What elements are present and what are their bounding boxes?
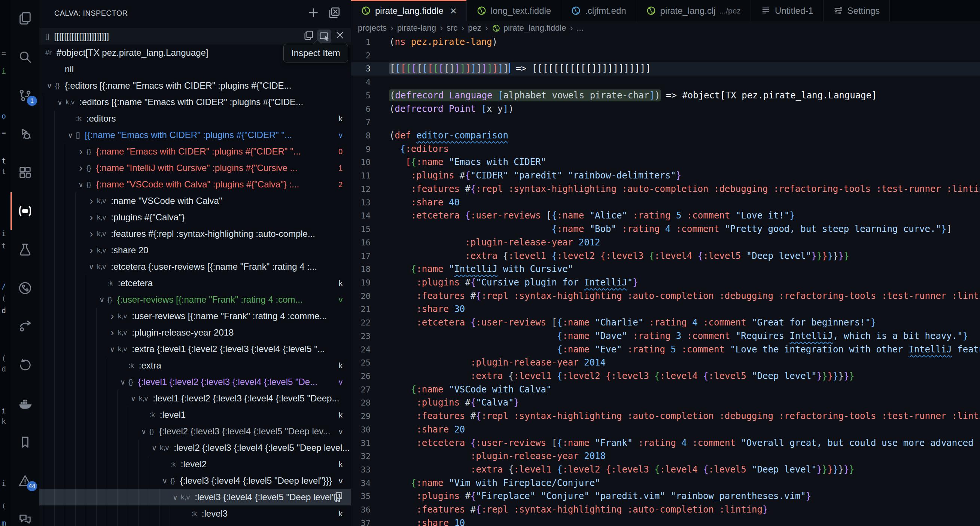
breadcrumb-item[interactable]: ... <box>576 23 583 33</box>
activitybar-item-problems[interactable]: 44 <box>11 472 39 490</box>
code-line: 26 :extra {:level1 {:level2 {:level3 {:l… <box>351 370 980 383</box>
tree-row[interactable]: nil <box>39 61 351 78</box>
code-editor[interactable]: 1(ns pez.pirate-lang)23[[[[[[[[[[[]]]]]]… <box>351 35 980 526</box>
chevron-right-icon[interactable]: › <box>86 213 97 222</box>
breadcrumb-item[interactable]: pirate_lang.fiddle <box>503 23 566 33</box>
code-token <box>595 251 600 261</box>
tree-row[interactable]: [][[[[[[[[[[[]]]]]]]]]]] <box>39 28 351 44</box>
tree-row[interactable]: ∨k,v:editors [{:name "Emacs with CIDER" … <box>39 94 351 110</box>
tree-row-selected[interactable]: ∨k,v:level3 {:level4 {:level5 "Deep leve… <box>39 489 351 505</box>
activitybar-item-docker[interactable] <box>11 395 39 413</box>
breadcrumb-item[interactable]: src <box>447 23 457 33</box>
activitybar-item-source-control[interactable]: 1 <box>11 86 39 104</box>
tree-row[interactable]: ∨{}{:editors [{:name "Emacs with CIDER" … <box>39 78 351 94</box>
tree-row[interactable]: ›k,v:name "VSCode with Calva" <box>39 193 351 209</box>
chevron-right-icon[interactable]: › <box>75 164 86 172</box>
tree-row[interactable]: ∨k,v:level2 {:level3 {:level4 {:level5 "… <box>39 440 351 456</box>
chevron-down-icon[interactable]: ∨ <box>128 394 139 403</box>
tree-row[interactable]: ∨k,v:level1 {:level2 {:level3 {:level4 {… <box>39 390 351 407</box>
chevron-down-icon[interactable]: ∨ <box>96 296 107 304</box>
breadcrumb-item[interactable]: pirate-lang <box>397 23 436 33</box>
tree-row[interactable]: ∨k,v:extra {:level1 {:level2 {:level3 {:… <box>39 341 351 357</box>
tree-row[interactable]: ∨{}{:user-reviews [{:name "Frank" :ratin… <box>39 291 351 308</box>
code-token: :name <box>562 438 589 448</box>
activitybar-item-extensions[interactable] <box>11 164 39 181</box>
indent-guide <box>44 209 54 226</box>
chevron-down-icon[interactable]: ∨ <box>117 378 128 386</box>
code-line: 32 :plugin-release-year 2018 <box>351 450 980 463</box>
breadcrumb-item[interactable]: projects <box>358 23 387 33</box>
code-token <box>444 90 449 101</box>
tree-row[interactable]: ›k,v:features #{:repl :syntax-highlighti… <box>39 226 351 242</box>
tab-Untitled-1[interactable]: Untitled-1 <box>751 0 824 21</box>
tree-row[interactable]: ›k,v:share 20 <box>39 242 351 259</box>
tree-row[interactable]: ∨{}{:level3 {:level4 {:level5 "Deep leve… <box>39 472 351 489</box>
tree-row[interactable]: :k:level2k <box>39 456 351 472</box>
tree-row[interactable]: ›k,v:plugin-release-year 2018 <box>39 324 351 341</box>
tab-long_text.fiddle[interactable]: long_text.fiddle <box>467 0 561 21</box>
chevron-right-icon[interactable]: › <box>86 229 97 238</box>
activitybar-item-testing[interactable] <box>11 240 39 259</box>
code-token <box>444 478 449 488</box>
tree-row[interactable]: ›{}{:name "Emacs with CIDER" :plugins #{… <box>39 143 351 160</box>
activitybar-item-run-debug[interactable] <box>11 125 39 143</box>
chevron-right-icon[interactable]: › <box>107 311 118 321</box>
tree-row[interactable]: :k:etceterak <box>39 275 351 291</box>
activitybar-item-bookmarks[interactable] <box>11 433 39 451</box>
chevron-down-icon[interactable]: ∨ <box>107 345 118 354</box>
chevron-down-icon[interactable]: ∨ <box>65 131 76 140</box>
chevron-down-icon[interactable]: ∨ <box>149 444 160 452</box>
value-type-label: {} <box>150 427 154 435</box>
value-type-label: k,v <box>97 230 106 238</box>
chevron-down-icon[interactable]: ∨ <box>75 180 86 189</box>
copy-item-icon[interactable] <box>303 30 314 43</box>
activitybar-item-comments[interactable] <box>11 510 39 526</box>
activitybar-item-live-share[interactable] <box>11 318 39 335</box>
activitybar-item-calva[interactable] <box>11 202 39 220</box>
tab-Settings[interactable]: Settings <box>824 0 890 21</box>
chevron-down-icon[interactable]: ∨ <box>54 98 65 106</box>
chevron-down-icon[interactable]: ∨ <box>170 493 181 502</box>
code-line: 33 :extra {:level1 {:level2 {:level3 {:l… <box>351 463 980 477</box>
tree-row[interactable]: ›k,v:user-reviews [{:name "Frank" :ratin… <box>39 308 351 324</box>
tree-row[interactable]: ∨{}{:level4 {:level5 "Deep level"}} <box>39 522 351 526</box>
tree-row[interactable]: ∨k,v:etcetera {:user-reviews [{:name "Fr… <box>39 259 351 275</box>
close-icon[interactable]: × <box>450 7 457 14</box>
tree-row[interactable]: :k:extrak <box>39 357 351 374</box>
code-token: :level2 <box>562 371 600 381</box>
tree-row[interactable]: ›{}{:name "IntelliJ with Cursive" :plugi… <box>39 160 351 176</box>
activitybar-item-search[interactable] <box>11 48 39 66</box>
tree-row[interactable]: :k:level1k <box>39 407 351 423</box>
edge-text-fragment: ( <box>2 501 6 510</box>
chevron-down-icon[interactable]: ∨ <box>159 477 170 485</box>
chevron-right-icon[interactable]: › <box>75 147 86 156</box>
add-item-icon[interactable] <box>307 6 320 19</box>
code-token: } <box>822 251 827 261</box>
tree-row[interactable]: ∨{}{:level2 {:level3 {:level4 {:level5 "… <box>39 423 351 440</box>
tree-row[interactable]: ∨{}{:level1 {:level2 {:level3 {:level4 {… <box>39 374 351 390</box>
chevron-down-icon[interactable]: ∨ <box>138 427 150 436</box>
tab-.cljfmt.edn[interactable]: .cljfmt.edn <box>561 0 636 21</box>
activitybar-item-explorer[interactable] <box>11 10 39 27</box>
indent-guide <box>54 505 65 522</box>
chevron-down-icon[interactable]: ∨ <box>86 263 97 271</box>
remove-item-icon[interactable] <box>334 30 345 43</box>
tree-row[interactable]: :k:editorsk <box>39 110 351 127</box>
activitybar-item-git-graph[interactable] <box>11 279 39 297</box>
chevron-right-icon[interactable]: › <box>86 196 97 205</box>
code-token: # <box>460 397 471 408</box>
tab-pirate_lang.fiddle[interactable]: pirate_lang.fiddle× <box>351 0 467 21</box>
clear-all-icon[interactable] <box>328 6 341 19</box>
copy-item-icon[interactable] <box>332 491 343 504</box>
breadcrumb-item[interactable]: pez <box>468 23 481 33</box>
chevron-down-icon[interactable]: ∨ <box>44 81 55 90</box>
chevron-right-icon[interactable]: › <box>107 328 118 337</box>
tree-row[interactable]: ∨[][{:name "Emacs with CIDER" :plugins #… <box>39 127 351 143</box>
activitybar-item-timeline[interactable] <box>11 356 39 374</box>
code-token: # <box>465 504 476 515</box>
tab-pirate_lang.clj[interactable]: pirate_lang.clj.../pez <box>636 0 751 21</box>
tree-row[interactable]: ∨{}{:name "VSCode with Calva" :plugins #… <box>39 176 351 193</box>
chevron-right-icon[interactable]: › <box>86 246 97 255</box>
tree-row[interactable]: ›k,v:plugins #{"Calva"} <box>39 209 351 226</box>
tree-row[interactable]: :k:level3k <box>39 505 351 522</box>
